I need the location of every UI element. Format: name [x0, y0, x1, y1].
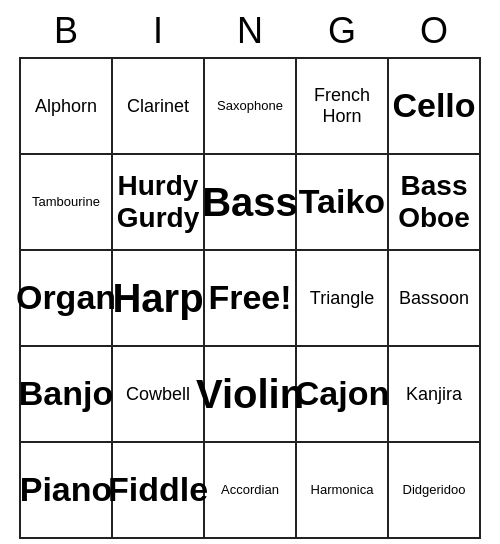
cell-r1-c0[interactable]: Tambourine: [21, 155, 113, 251]
cell-r0-c0[interactable]: Alphorn: [21, 59, 113, 155]
cell-r3-c3[interactable]: Cajon: [297, 347, 389, 443]
cell-r0-c3[interactable]: French Horn: [297, 59, 389, 155]
header-letter: N: [204, 10, 296, 52]
cell-r2-c0[interactable]: Organ: [21, 251, 113, 347]
cell-r2-c4[interactable]: Bassoon: [389, 251, 481, 347]
cell-r2-c2[interactable]: Free!: [205, 251, 297, 347]
cell-r1-c1[interactable]: Hurdy Gurdy: [113, 155, 205, 251]
cell-r3-c1[interactable]: Cowbell: [113, 347, 205, 443]
cell-r0-c4[interactable]: Cello: [389, 59, 481, 155]
cell-r1-c2[interactable]: Bass: [205, 155, 297, 251]
cell-r4-c2[interactable]: Accordian: [205, 443, 297, 539]
bingo-header: BINGO: [20, 0, 480, 57]
cell-r3-c0[interactable]: Banjo: [21, 347, 113, 443]
cell-r1-c4[interactable]: Bass Oboe: [389, 155, 481, 251]
header-letter: I: [112, 10, 204, 52]
header-letter: G: [296, 10, 388, 52]
cell-r2-c1[interactable]: Harp: [113, 251, 205, 347]
header-letter: O: [388, 10, 480, 52]
cell-r4-c3[interactable]: Harmonica: [297, 443, 389, 539]
cell-r1-c3[interactable]: Taiko: [297, 155, 389, 251]
cell-r4-c1[interactable]: Fiddle: [113, 443, 205, 539]
bingo-grid: AlphornClarinetSaxophoneFrench HornCello…: [19, 57, 481, 539]
header-letter: B: [20, 10, 112, 52]
cell-r0-c1[interactable]: Clarinet: [113, 59, 205, 155]
cell-r4-c0[interactable]: Piano: [21, 443, 113, 539]
cell-r2-c3[interactable]: Triangle: [297, 251, 389, 347]
cell-r4-c4[interactable]: Didgeridoo: [389, 443, 481, 539]
cell-r3-c2[interactable]: Violin: [205, 347, 297, 443]
cell-r3-c4[interactable]: Kanjira: [389, 347, 481, 443]
cell-r0-c2[interactable]: Saxophone: [205, 59, 297, 155]
